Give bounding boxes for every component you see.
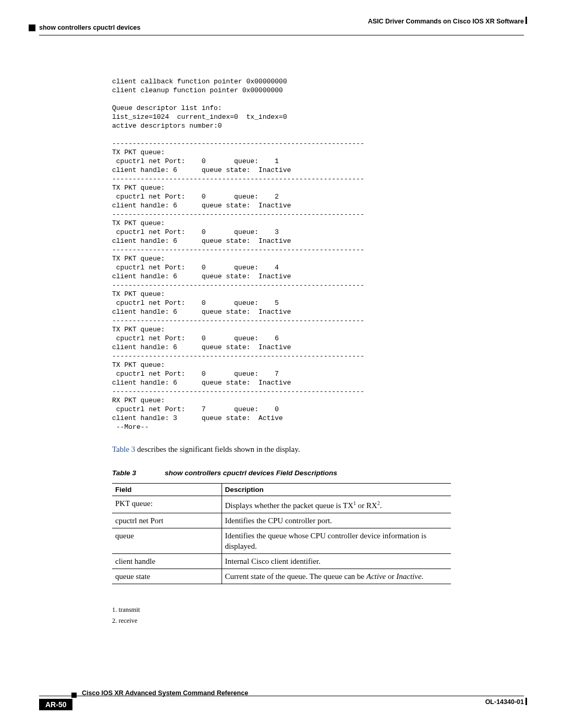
footer-page-number: AR-50 bbox=[39, 699, 72, 710]
table-reference-paragraph: Table 3 describes the significant fields… bbox=[112, 444, 454, 454]
field-descriptions-table: Field Description PKT queue: Displays wh… bbox=[112, 483, 451, 584]
table-row: queue state Current state of the queue. … bbox=[112, 569, 451, 584]
table-caption-number: Table 3 bbox=[112, 469, 165, 477]
cell-desc: Current state of the queue. The queue ca… bbox=[222, 569, 451, 584]
table-row: client handle Internal Cisco client iden… bbox=[112, 554, 451, 569]
t: Current state of the queue. The queue ca… bbox=[225, 572, 366, 581]
cell-field: PKT queue: bbox=[112, 496, 222, 513]
footnotes: 1. transmit 2. receive bbox=[112, 606, 454, 625]
table-link[interactable]: Table 3 bbox=[112, 445, 135, 453]
footnote-1: 1. transmit bbox=[112, 606, 454, 614]
footer-rule bbox=[39, 696, 524, 696]
col-field: Field bbox=[112, 484, 222, 496]
t: or RX bbox=[356, 501, 377, 510]
page-header: show controllers cpuctrl devices ASIC Dr… bbox=[39, 20, 524, 35]
t: . bbox=[422, 572, 424, 581]
table-caption: Table 3show controllers cpuctrl devices … bbox=[112, 469, 454, 477]
t: Inactive bbox=[396, 572, 421, 581]
footnote-2: 2. receive bbox=[112, 617, 454, 625]
footer-change-bar-icon bbox=[525, 698, 527, 705]
header-change-bar-icon bbox=[525, 17, 527, 24]
header-left-text: show controllers cpuctrl devices bbox=[39, 24, 141, 31]
header-right-text: ASIC Driver Commands on Cisco IOS XR Sof… bbox=[368, 18, 524, 25]
header-square-icon bbox=[29, 24, 35, 31]
cell-desc: Identifies the CPU controller port. bbox=[222, 513, 451, 528]
cell-field: queue state bbox=[112, 569, 222, 584]
page: show controllers cpuctrl devices ASIC Dr… bbox=[0, 0, 563, 728]
cell-desc: Displays whether the packet queue is TX1… bbox=[222, 496, 451, 513]
table-caption-title: show controllers cpuctrl devices Field D… bbox=[165, 469, 337, 477]
footer-doc-id: OL-14340-01 bbox=[485, 698, 524, 706]
cell-field: queue bbox=[112, 528, 222, 554]
para-rest: describes the significant fields shown i… bbox=[135, 445, 300, 453]
cli-preamble: client callback function pointer 0x00000… bbox=[112, 78, 287, 130]
cli-output: client callback function pointer 0x00000… bbox=[112, 77, 454, 431]
cell-field: cpuctrl net Port bbox=[112, 513, 222, 528]
table-row: PKT queue: Displays whether the packet q… bbox=[112, 496, 451, 513]
table-row: cpuctrl net Port Identifies the CPU cont… bbox=[112, 513, 451, 528]
table-row: queue Identifies the queue whose CPU con… bbox=[112, 528, 451, 554]
t: . bbox=[380, 501, 382, 510]
footer-square-icon bbox=[71, 693, 77, 698]
t: Active bbox=[366, 572, 386, 581]
t: or bbox=[386, 572, 396, 581]
cell-desc: Identifies the queue whose CPU controlle… bbox=[222, 528, 451, 554]
table-header-row: Field Description bbox=[112, 484, 451, 496]
page-footer: Cisco IOS XR Advanced System Command Ref… bbox=[39, 689, 524, 710]
cell-desc: Internal Cisco client identifier. bbox=[222, 554, 451, 569]
content-area: client callback function pointer 0x00000… bbox=[39, 35, 454, 625]
t: Displays whether the packet queue is TX bbox=[225, 501, 353, 510]
cell-field: client handle bbox=[112, 554, 222, 569]
col-description: Description bbox=[222, 484, 451, 496]
